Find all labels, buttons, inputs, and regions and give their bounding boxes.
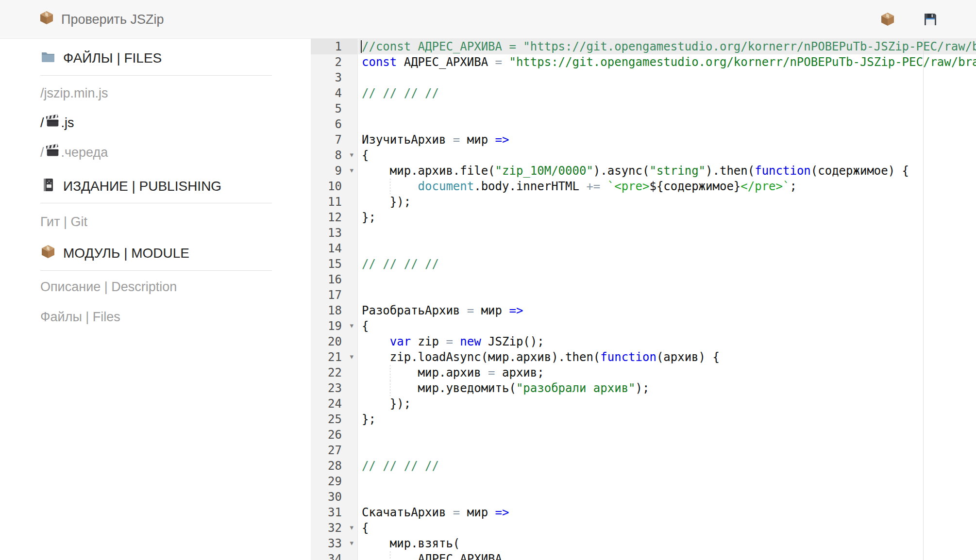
fold-arrow-icon[interactable]: ▾ bbox=[350, 535, 353, 551]
line-number: 34 bbox=[311, 551, 357, 560]
line-number: 8▾ bbox=[311, 148, 357, 163]
code-line[interactable] bbox=[358, 443, 976, 458]
code-token: }; bbox=[362, 412, 376, 426]
code-line[interactable] bbox=[358, 116, 976, 132]
code-token: document bbox=[418, 180, 474, 193]
fold-arrow-icon[interactable]: ▾ bbox=[350, 349, 353, 364]
code-token: }); bbox=[362, 195, 411, 209]
code-editor[interactable]: 12345678▾9▾10111213141516171819▾2021▾222… bbox=[311, 39, 976, 560]
code-token: "zip_10M/0000" bbox=[495, 164, 593, 178]
code-line[interactable]: // // // // bbox=[358, 256, 976, 272]
sidebar-item-prefix: / bbox=[40, 145, 44, 160]
sidebar-item-label: Описание | Description bbox=[40, 280, 177, 295]
fold-arrow-icon[interactable]: ▾ bbox=[350, 520, 353, 535]
code-line[interactable] bbox=[358, 427, 976, 443]
code-token: => bbox=[495, 133, 509, 147]
code-line[interactable] bbox=[358, 474, 976, 489]
sidebar-item[interactable]: /.js bbox=[40, 115, 272, 131]
code-line[interactable]: // // // // bbox=[358, 458, 976, 474]
line-number: 13 bbox=[311, 225, 357, 241]
line-number: 28 bbox=[311, 458, 357, 474]
code-line[interactable]: }; bbox=[358, 412, 976, 427]
package-icon bbox=[40, 244, 56, 263]
code-line[interactable]: const АДРЕС_АРХИВА = "https://git.openga… bbox=[358, 54, 976, 70]
line-number: 31 bbox=[311, 505, 357, 520]
code-line[interactable]: мир.взять( bbox=[358, 536, 976, 551]
sidebar-item[interactable]: /jszip.min.js bbox=[40, 85, 272, 101]
text-cursor bbox=[361, 40, 362, 53]
app-header: Проверить JSZip bbox=[0, 0, 976, 39]
line-number: 25 bbox=[311, 412, 357, 427]
sidebar-item[interactable]: Гит | Git bbox=[40, 214, 272, 230]
app-title: Проверить JSZip bbox=[39, 0, 164, 39]
code-line[interactable] bbox=[358, 272, 976, 287]
editor-gutter: 12345678▾9▾10111213141516171819▾2021▾222… bbox=[311, 39, 358, 560]
sidebar-item-label: Файлы | Files bbox=[40, 310, 120, 325]
code-line[interactable]: ИзучитьАрхив = мир => bbox=[358, 132, 976, 148]
code-token: (архив) { bbox=[656, 350, 720, 364]
code-token: // // // // bbox=[362, 86, 439, 100]
code-token: "разобрали архив" bbox=[516, 381, 636, 395]
line-number: 18 bbox=[311, 303, 357, 318]
code-line[interactable]: // // // // bbox=[358, 85, 976, 101]
code-token: = bbox=[488, 366, 495, 379]
code-line[interactable] bbox=[358, 225, 976, 241]
code-token: мир bbox=[460, 133, 495, 147]
line-number: 27 bbox=[311, 443, 357, 458]
code-token bbox=[362, 335, 390, 348]
line-number: 10 bbox=[311, 179, 357, 194]
sidebar-section: ИЗДАНИЕ | PUBLISHINGГит | Git bbox=[40, 178, 272, 230]
sidebar-item[interactable]: /.череда bbox=[40, 145, 272, 160]
code-line[interactable] bbox=[358, 489, 976, 505]
fold-arrow-icon[interactable]: ▾ bbox=[350, 318, 353, 333]
code-line[interactable]: { bbox=[358, 148, 976, 163]
sidebar: ФАЙЛЫ | FILES/jszip.min.js/.js/.чередаИЗ… bbox=[40, 39, 272, 325]
indent-guide bbox=[390, 365, 390, 380]
line-number: 23 bbox=[311, 380, 357, 396]
sidebar-item[interactable]: Описание | Description bbox=[40, 279, 272, 295]
sidebar-item[interactable]: Файлы | Files bbox=[40, 309, 272, 325]
line-number: 15 bbox=[311, 256, 357, 272]
code-token: `<pre> bbox=[607, 180, 650, 193]
code-line[interactable]: }); bbox=[358, 396, 976, 412]
code-line[interactable]: //const АДРЕС_АРХИВА = "https://git.open… bbox=[358, 39, 976, 54]
divider bbox=[40, 75, 272, 76]
code-token: АДРЕС_АРХИВА bbox=[397, 55, 495, 69]
editor-code-area[interactable]: //const АДРЕС_АРХИВА = "https://git.open… bbox=[358, 39, 976, 560]
code-token: function bbox=[755, 164, 811, 178]
code-line[interactable]: мир.архив = архив; bbox=[358, 365, 976, 380]
code-line[interactable]: { bbox=[358, 318, 976, 334]
code-token: // // // // bbox=[362, 257, 439, 271]
code-line[interactable]: мир.архив.file("zip_10M/0000").async("st… bbox=[358, 163, 976, 179]
indent-guide bbox=[390, 380, 390, 396]
code-line[interactable]: document.body.innerHTML += `<pre>${содер… bbox=[358, 179, 976, 194]
package-button[interactable] bbox=[880, 12, 895, 27]
code-token: РазобратьАрхив bbox=[362, 304, 467, 317]
code-line[interactable]: АДРЕС_АРХИВА bbox=[358, 551, 976, 560]
code-line[interactable]: var zip = new JSZip(); bbox=[358, 334, 976, 349]
code-token: = bbox=[446, 335, 453, 348]
code-line[interactable]: СкачатьАрхив = мир => bbox=[358, 505, 976, 520]
code-line[interactable]: }; bbox=[358, 210, 976, 225]
code-line[interactable] bbox=[358, 287, 976, 303]
save-button[interactable] bbox=[923, 12, 938, 27]
code-line[interactable]: мир.уведомить("разобрали архив"); bbox=[358, 380, 976, 396]
code-line[interactable] bbox=[358, 241, 976, 256]
code-token: { bbox=[362, 521, 369, 535]
code-line[interactable]: { bbox=[358, 520, 976, 536]
code-line[interactable]: РазобратьАрхив = мир => bbox=[358, 303, 976, 318]
code-line[interactable] bbox=[358, 70, 976, 85]
code-token: = bbox=[495, 55, 502, 69]
code-line[interactable]: }); bbox=[358, 194, 976, 210]
code-token: </pre>` bbox=[740, 180, 790, 193]
code-token: JSZip(); bbox=[481, 335, 544, 348]
fold-arrow-icon[interactable]: ▾ bbox=[350, 147, 353, 163]
code-token: { bbox=[362, 319, 369, 333]
code-line[interactable]: zip.loadAsync(мир.архив).then(function(а… bbox=[358, 349, 976, 365]
code-token: zip bbox=[411, 335, 446, 348]
code-token: ИзучитьАрхив bbox=[362, 133, 453, 147]
code-line[interactable] bbox=[358, 101, 976, 116]
line-number: 7 bbox=[311, 132, 357, 148]
code-token: ).then( bbox=[706, 164, 755, 178]
fold-arrow-icon[interactable]: ▾ bbox=[350, 163, 353, 178]
